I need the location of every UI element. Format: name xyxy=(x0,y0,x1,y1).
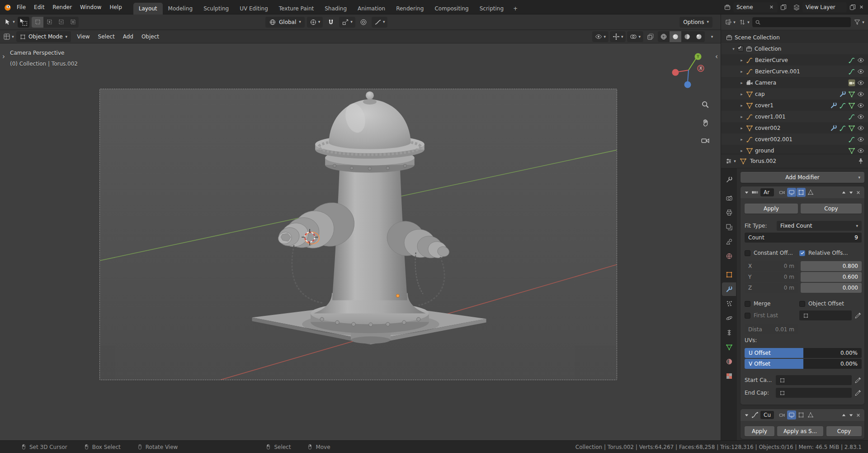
zoom-tool-icon[interactable] xyxy=(700,100,710,110)
menu-render[interactable]: Render xyxy=(48,2,76,12)
properties-tab-texture[interactable] xyxy=(722,369,736,383)
gizmos-dropdown[interactable]: ▾ xyxy=(610,31,626,42)
move-up-icon[interactable] xyxy=(841,190,847,196)
workspace-tab-uv-editing[interactable]: UV Editing xyxy=(234,3,274,14)
menu-edit[interactable]: Edit xyxy=(30,2,48,12)
tool-selector[interactable]: ▾ xyxy=(4,17,15,28)
workspace-tab-compositing[interactable]: Compositing xyxy=(429,3,474,14)
viewport-menu-select[interactable]: Select xyxy=(94,31,119,42)
sidebar-expand-arrow[interactable]: ‹ xyxy=(715,52,718,61)
workspace-tab-rendering[interactable]: Rendering xyxy=(391,3,429,14)
blender-logo-icon[interactable] xyxy=(4,3,12,11)
menu-window[interactable]: Window xyxy=(76,2,105,12)
select-mode-subtract[interactable] xyxy=(55,17,67,28)
select-mode-intersect[interactable] xyxy=(67,17,79,28)
workspace-tab-texture-paint[interactable]: Texture Paint xyxy=(274,3,319,14)
properties-tab-output[interactable] xyxy=(722,206,736,219)
relative-offset-y-field[interactable]: 0.600 xyxy=(801,272,862,282)
new-view-layer-icon[interactable] xyxy=(849,4,856,11)
viewport-menu-object[interactable]: Object xyxy=(137,31,163,42)
first-last-checkbox[interactable]: First Last xyxy=(745,312,778,319)
visibility-eye-icon[interactable] xyxy=(857,68,864,75)
properties-tab-scene[interactable] xyxy=(722,235,736,248)
workspace-tab-scripting[interactable]: Scripting xyxy=(474,3,509,14)
shading-solid[interactable] xyxy=(670,31,681,42)
properties-tab-constraints[interactable] xyxy=(722,326,736,339)
camera-view-canvas[interactable] xyxy=(100,89,617,380)
viewport-menu-add[interactable]: Add xyxy=(119,31,137,42)
workspace-tab-sculpting[interactable]: Sculpting xyxy=(198,3,234,14)
properties-tab-modifier[interactable] xyxy=(722,282,736,296)
move-down-icon[interactable] xyxy=(848,412,854,418)
add-workspace-tab[interactable]: + xyxy=(509,3,522,14)
camera-frame[interactable] xyxy=(99,89,617,380)
properties-tab-particles[interactable] xyxy=(722,297,736,310)
outliner-row-ground[interactable]: ▸ground xyxy=(721,145,868,154)
select-mode-new[interactable] xyxy=(32,17,43,28)
collapse-icon[interactable] xyxy=(744,412,750,418)
render-visibility-icon[interactable] xyxy=(778,188,787,197)
select-mode-extend[interactable] xyxy=(43,17,55,28)
v-offset-slider[interactable]: V Offset 0.00% xyxy=(745,359,862,369)
modifier-name-field[interactable]: Ar xyxy=(760,188,774,196)
constant-offset-checkbox[interactable]: Constant Off... xyxy=(745,249,793,257)
pin-icon[interactable] xyxy=(857,157,864,165)
fit-type-dropdown[interactable]: Fixed Count ▾ xyxy=(777,221,862,231)
count-field[interactable]: Count 9 xyxy=(745,233,862,243)
relative-offset-checkbox[interactable]: Relative Offs... xyxy=(799,249,848,257)
visibility-eye-icon[interactable] xyxy=(857,136,864,143)
relative-offset-z-field[interactable]: 0.000 xyxy=(801,283,862,293)
toolbar-expand-arrow[interactable]: › xyxy=(2,52,5,61)
move-up-icon[interactable] xyxy=(841,412,847,418)
apply-as-shape-button[interactable]: Apply as S... xyxy=(777,426,823,436)
eyedropper-icon[interactable] xyxy=(854,312,862,319)
modifier-name-field[interactable]: Cu xyxy=(760,411,774,419)
eyedropper-icon[interactable] xyxy=(854,377,862,384)
outliner-row-collection[interactable]: ▾Collection xyxy=(721,43,868,54)
outliner-display-mode[interactable]: ▾ xyxy=(738,17,750,28)
overlays-dropdown[interactable]: ▾ xyxy=(627,31,643,42)
delete-modifier-icon[interactable] xyxy=(855,190,861,196)
shading-material[interactable] xyxy=(681,31,693,42)
workspace-tab-modeling[interactable]: Modeling xyxy=(163,3,198,14)
shading-dropdown[interactable]: ▾ xyxy=(706,31,718,42)
edit-mode-visibility-icon[interactable] xyxy=(797,188,806,197)
copy-button[interactable]: Copy xyxy=(801,204,862,214)
snap-target-dropdown[interactable]: ▾ xyxy=(339,17,355,28)
collapse-icon[interactable] xyxy=(744,190,750,196)
outliner-row-scene-collection[interactable]: Scene Collection xyxy=(721,32,868,43)
outliner-row-beziercurve[interactable]: ▸BezierCurve xyxy=(721,54,868,66)
xray-toggle[interactable] xyxy=(645,31,656,42)
shading-wireframe[interactable] xyxy=(658,31,670,42)
workspace-tab-shading[interactable]: Shading xyxy=(319,3,352,14)
collection-checkbox[interactable] xyxy=(738,46,744,52)
visibility-eye-icon[interactable] xyxy=(857,79,864,86)
u-offset-slider[interactable]: U Offset 0.00% xyxy=(745,348,862,358)
properties-tab-render[interactable] xyxy=(722,191,736,205)
outliner-row-cover002-001[interactable]: ▸cover002.001 xyxy=(721,134,868,145)
copy-button[interactable]: Copy xyxy=(826,426,862,436)
editor-type-selector[interactable]: ▾ xyxy=(3,31,14,42)
outliner-row-cover002[interactable]: ▸cover002 xyxy=(721,122,868,134)
outliner-filter[interactable]: ▾ xyxy=(853,17,865,28)
viewport-visibility-icon[interactable] xyxy=(787,410,796,420)
eyedropper-icon[interactable] xyxy=(854,389,862,396)
visibility-eye-icon[interactable] xyxy=(857,147,864,154)
outliner-search-input[interactable] xyxy=(752,17,851,27)
edit-mode-visibility-icon[interactable] xyxy=(797,410,806,420)
add-modifier-button[interactable]: Add Modifier ▾ xyxy=(741,172,864,183)
move-view-icon[interactable] xyxy=(700,118,710,128)
proportional-falloff-dropdown[interactable]: ▾ xyxy=(372,17,388,28)
properties-tab-material[interactable] xyxy=(722,355,736,368)
options-dropdown[interactable]: Options ▾ xyxy=(679,17,712,28)
view-layer-selector[interactable]: View Layer xyxy=(802,2,847,12)
start-cap-field[interactable] xyxy=(776,375,852,385)
merge-checkbox[interactable]: Merge xyxy=(745,300,770,307)
cage-visibility-icon[interactable] xyxy=(806,188,815,197)
offset-object-field[interactable] xyxy=(799,310,852,320)
navigation-gizmo[interactable]: Y X xyxy=(669,51,708,90)
camera-view-icon[interactable] xyxy=(700,136,710,146)
object-visibility-dropdown[interactable]: ▾ xyxy=(592,31,609,42)
viewport-visibility-icon[interactable] xyxy=(787,188,796,197)
apply-button[interactable]: Apply xyxy=(745,204,798,214)
